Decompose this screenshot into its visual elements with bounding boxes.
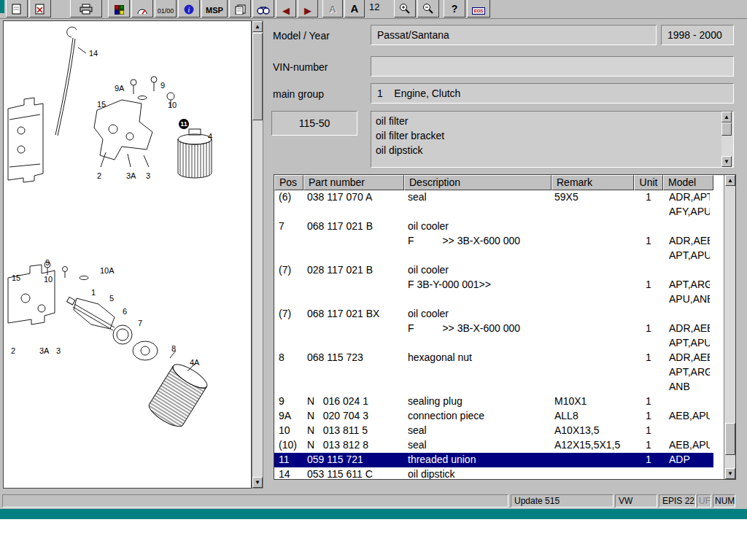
next-arrow-icon: ▶ <box>304 7 311 15</box>
diagram-callout-6[interactable]: 6 <box>123 307 127 316</box>
gauge-button[interactable] <box>131 0 153 18</box>
diagram-callout-15[interactable]: 15 <box>12 273 20 282</box>
year-range-field[interactable]: 1998 - 2000 <box>661 25 734 45</box>
model-year-field[interactable]: Passat/Santana <box>371 25 657 45</box>
diagram-callout-3A[interactable]: 3A <box>39 346 49 355</box>
table-row[interactable]: 11059 115 721threaded union1ADP <box>274 453 713 467</box>
prev-button[interactable]: ◀ <box>276 0 296 18</box>
printer-icon <box>80 4 93 15</box>
table-row[interactable]: 9N 016 024 1sealing plugM10X11 <box>274 394 713 409</box>
document-icon <box>12 4 22 15</box>
column-header-unit: Unit <box>634 175 663 190</box>
zoom-out-button[interactable] <box>417 0 439 18</box>
diagram-callout-10[interactable]: 10 <box>44 275 53 284</box>
table-row[interactable]: 14053 115 611 Coil dipstick <box>274 467 713 480</box>
search-button[interactable] <box>252 0 274 18</box>
scroll-down-icon[interactable]: ▼ <box>721 156 732 167</box>
column-header-desc: Description <box>404 175 551 190</box>
table-row[interactable]: APT,APU <box>274 336 713 351</box>
table-row[interactable]: 8068 115 723hexagonal nut1ADR,AEB, <box>274 351 713 365</box>
delete-page-button[interactable] <box>29 0 51 18</box>
copies-button[interactable] <box>229 0 251 18</box>
diagram-callout-9[interactable]: 9 <box>160 81 165 90</box>
delete-page-icon <box>35 4 45 15</box>
subgroup-items-box[interactable]: oil filter oil filter bracket oil dipsti… <box>371 111 734 168</box>
epis-window: 01/00 i MSP ◀ ▶ A A 12 ? EOS <box>0 0 747 509</box>
items-scroll-thumb[interactable] <box>721 122 732 136</box>
zoom-in-button[interactable] <box>394 0 416 18</box>
scroll-up-icon[interactable]: ▲ <box>725 175 735 186</box>
info-button[interactable]: i <box>178 0 200 18</box>
help-button[interactable]: ? <box>444 0 465 18</box>
font-smaller-button[interactable]: A <box>322 0 343 18</box>
table-scroll-thumb[interactable] <box>725 423 735 455</box>
status-message-panel <box>2 494 508 508</box>
print-button[interactable] <box>70 0 102 18</box>
table-row[interactable]: ANB <box>274 380 713 394</box>
table-row[interactable]: (6)038 117 070 Aseal59X51ADR,APT, <box>274 190 713 205</box>
diagram-callout-3[interactable]: 3 <box>56 346 61 355</box>
table-row[interactable]: F 3B-Y-000 001>>1APT,ARG, <box>274 278 713 292</box>
diagram-callout-5[interactable]: 5 <box>109 294 114 303</box>
table-row[interactable]: 10N 013 811 5sealA10X13,51 <box>274 424 713 438</box>
table-row[interactable]: (7)068 117 021 BXoil cooler <box>274 307 713 322</box>
diagram-callout-3[interactable]: 3 <box>146 171 150 180</box>
main-group-field[interactable]: 1 Engine, Clutch <box>371 83 734 104</box>
diagram-callout-1[interactable]: 1 <box>91 288 96 297</box>
diagram-callout-2[interactable]: 2 <box>97 171 101 180</box>
diagram-callout-3A[interactable]: 3A <box>126 171 136 180</box>
column-header-pos: Pos <box>274 175 303 190</box>
scroll-up-icon[interactable]: ▲ <box>252 21 263 32</box>
msp-button[interactable]: MSP <box>201 0 228 18</box>
table-row[interactable]: APT,APU <box>274 249 713 263</box>
table-row[interactable]: F >> 3B-X-600 0001ADR,AEB, <box>274 234 713 249</box>
subgroup-item[interactable]: oil filter bracket <box>376 128 720 143</box>
subgroup-item[interactable]: oil filter <box>376 114 720 128</box>
gauge-icon <box>136 6 148 15</box>
parts-diagram[interactable]: 149A9151011423A3910A1510156723A384A <box>3 20 252 489</box>
table-body: (6)038 117 070 Aseal59X51ADR,APT,AFY,APU… <box>274 190 713 480</box>
diagram-callout-2[interactable]: 2 <box>11 346 15 355</box>
pages-icon <box>235 4 246 15</box>
diagram-callout-4A[interactable]: 4A <box>190 358 199 367</box>
legend-button[interactable] <box>108 0 130 18</box>
next-button[interactable]: ▶ <box>298 0 318 18</box>
table-row[interactable]: APU,ANB <box>274 292 713 307</box>
diagram-scroll-thumb[interactable] <box>252 33 263 120</box>
diagram-callout-9A[interactable]: 9A <box>115 84 124 93</box>
diagram-callout-9[interactable]: 9 <box>45 258 50 267</box>
status-uf-panel: UF <box>697 494 711 508</box>
ratio-label: 01/00 <box>158 8 174 15</box>
diagram-callout-4[interactable]: 4 <box>208 132 212 141</box>
help-label: ? <box>452 3 458 15</box>
table-scrollbar[interactable]: ▲ ▼ <box>724 175 735 479</box>
table-row[interactable]: 7068 117 021 Boil cooler <box>274 219 713 234</box>
table-row[interactable]: (7)028 117 021 Boil cooler <box>274 263 713 278</box>
subgroup-code-box[interactable]: 115-50 <box>271 111 357 136</box>
diagram-callout-10[interactable]: 10 <box>168 101 177 109</box>
font-larger-button[interactable]: A <box>344 0 365 18</box>
diagram-callout-7[interactable]: 7 <box>138 319 142 327</box>
diagram-scrollbar[interactable]: ▲ ▼ <box>252 20 263 489</box>
table-row[interactable]: AFY,APU, <box>274 205 713 219</box>
eos-button[interactable]: EOS <box>467 0 490 18</box>
scroll-up-icon[interactable]: ▲ <box>721 112 732 122</box>
scroll-down-icon[interactable]: ▼ <box>725 468 735 479</box>
new-document-button[interactable] <box>6 0 28 18</box>
color-grid-icon <box>115 5 124 15</box>
table-row[interactable]: (10)N 013 812 8sealA12X15,5X1,51AEB,APU, <box>274 438 713 453</box>
diagram-callout-8[interactable]: 8 <box>171 344 176 353</box>
diagram-callout-15[interactable]: 15 <box>97 100 106 109</box>
subgroup-item[interactable]: oil dipstick <box>376 143 720 158</box>
diagram-callout-10A[interactable]: 10A <box>100 266 115 275</box>
diagram-callout-14[interactable]: 14 <box>89 49 98 58</box>
table-row[interactable]: APT,ARG, <box>274 365 713 380</box>
diagram-callout-11[interactable]: 11 <box>179 119 189 129</box>
scroll-down-icon[interactable]: ▼ <box>252 477 263 488</box>
table-row[interactable]: 9AN 020 704 3connection pieceALL81AEB,AP… <box>274 409 713 424</box>
binoculars-icon <box>257 6 270 15</box>
items-scrollbar[interactable]: ▲ ▼ <box>721 112 733 167</box>
vin-field[interactable] <box>371 56 734 77</box>
ratio-button[interactable]: 01/00 <box>155 0 177 18</box>
table-row[interactable]: F >> 3B-X-600 0001ADR,AEB, <box>274 322 713 336</box>
